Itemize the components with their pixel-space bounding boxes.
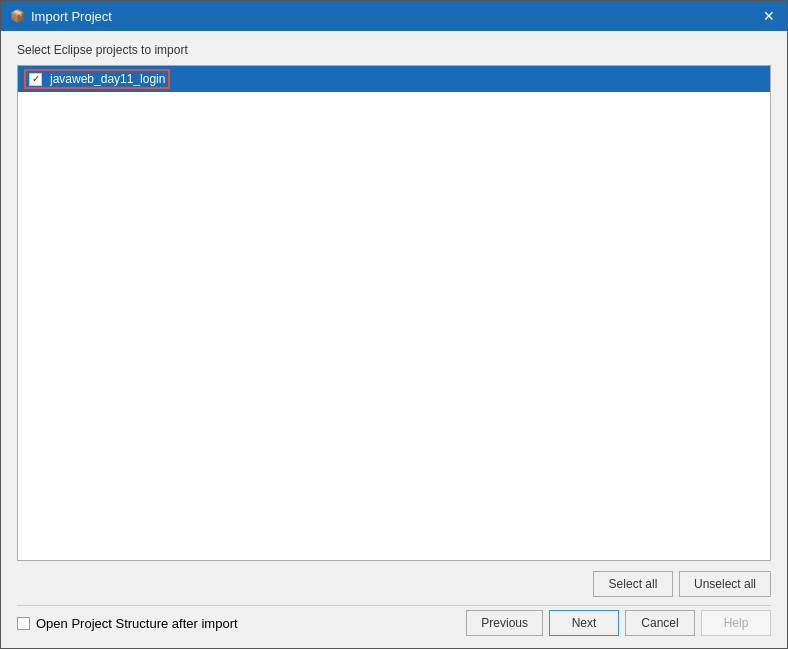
project-name: javaweb_day11_login xyxy=(50,72,165,86)
dialog-body: Select Eclipse projects to import javawe… xyxy=(1,31,787,648)
project-item-highlight: javaweb_day11_login xyxy=(24,69,170,89)
cancel-button[interactable]: Cancel xyxy=(625,610,695,636)
section-label: Select Eclipse projects to import xyxy=(17,43,771,57)
project-item[interactable]: javaweb_day11_login xyxy=(18,66,770,92)
dialog-title: Import Project xyxy=(31,9,112,24)
next-button[interactable]: Next xyxy=(549,610,619,636)
open-project-label: Open Project Structure after import xyxy=(36,616,238,631)
title-bar: 📦 Import Project ✕ xyxy=(1,1,787,31)
project-list[interactable]: javaweb_day11_login xyxy=(17,65,771,561)
footer-buttons: Previous Next Cancel Help xyxy=(466,610,771,636)
project-checkbox[interactable] xyxy=(29,73,42,86)
open-project-checkbox[interactable] xyxy=(17,617,30,630)
select-buttons-row: Select all Unselect all xyxy=(17,571,771,597)
title-bar-left: 📦 Import Project xyxy=(9,8,112,24)
help-button[interactable]: Help xyxy=(701,610,771,636)
open-project-checkbox-row: Open Project Structure after import xyxy=(17,616,238,631)
close-button[interactable]: ✕ xyxy=(759,6,779,26)
import-project-dialog: 📦 Import Project ✕ Select Eclipse projec… xyxy=(0,0,788,649)
previous-button[interactable]: Previous xyxy=(466,610,543,636)
dialog-icon: 📦 xyxy=(9,8,25,24)
unselect-all-button[interactable]: Unselect all xyxy=(679,571,771,597)
select-all-button[interactable]: Select all xyxy=(593,571,673,597)
footer-row: Open Project Structure after import Prev… xyxy=(17,605,771,636)
